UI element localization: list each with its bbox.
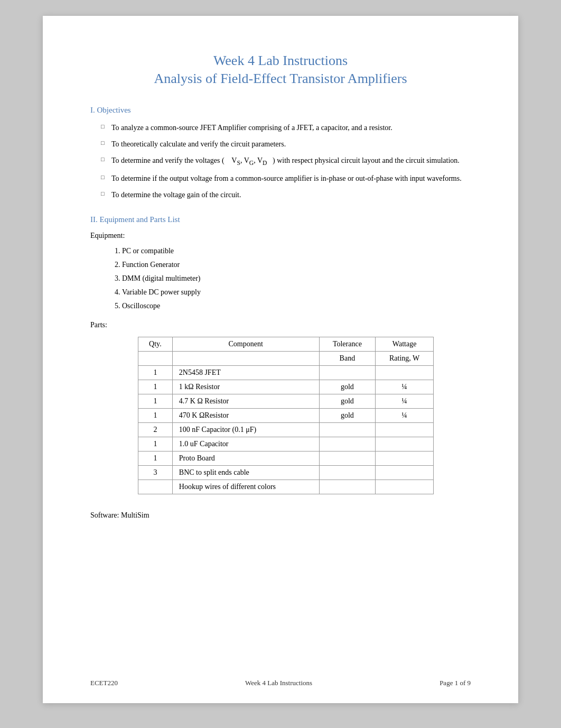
table-row: 1 2N5458 JFET	[138, 366, 434, 380]
table-cell-wattage: ¼	[376, 394, 434, 409]
table-row: 1 1.0 uF Capacitor	[138, 437, 434, 451]
table-cell-qty: 1	[138, 451, 173, 466]
list-item: To determine if the output voltage from …	[101, 173, 471, 184]
footer-left: ECET220	[90, 679, 118, 687]
table-cell-wattage	[376, 366, 434, 380]
table-cell-component: 100 nF Capacitor (0.1 μF)	[172, 423, 319, 437]
software-label: Software: MultiSim	[90, 511, 149, 519]
table-cell-tolerance: gold	[319, 409, 376, 423]
table-cell-component: 470 K ΩResistor	[172, 409, 319, 423]
footer-right: Page 1 of 9	[440, 679, 471, 687]
table-header-wattage: Wattage	[376, 337, 434, 352]
table-row: 2 100 nF Capacitor (0.1 μF)	[138, 423, 434, 437]
table-cell-component: 2N5458 JFET	[172, 366, 319, 380]
table-cell-tolerance	[319, 451, 376, 466]
table-cell-qty: 1	[138, 409, 173, 423]
table-cell-qty: 1	[138, 366, 173, 380]
parts-table: Qty. Component Tolerance Wattage Band Ra…	[138, 337, 434, 494]
table-subheader-rating: Rating, W	[376, 352, 434, 366]
list-item: Variable DC power supply	[122, 287, 471, 298]
page-subtitle: Analysis of Field-Effect Transistor Ampl…	[90, 71, 471, 87]
table-cell-component: 1 kΩ Resistor	[172, 380, 319, 394]
equipment-section: II. Equipment and Parts List Equipment: …	[90, 215, 471, 494]
table-cell-component: BNC to split ends cable	[172, 466, 319, 480]
table-cell-wattage: ¼	[376, 409, 434, 423]
objectives-heading: I. Objectives	[90, 106, 471, 115]
table-cell-wattage	[376, 480, 434, 494]
list-item: To analyze a common-source JFET Amplifie…	[101, 122, 471, 133]
list-item: PC or compatible	[122, 245, 471, 256]
objectives-list: To analyze a common-source JFET Amplifie…	[90, 122, 471, 200]
table-cell-qty	[138, 480, 173, 494]
table-cell-tolerance: gold	[319, 394, 376, 409]
table-cell-tolerance	[319, 466, 376, 480]
list-item: To determine and verify the voltages ( V…	[101, 155, 471, 168]
table-cell-qty: 1	[138, 437, 173, 451]
table-header-component: Component	[172, 337, 319, 352]
table-row: 1 470 K ΩResistor gold ¼	[138, 409, 434, 423]
table-header-qty: Qty.	[138, 337, 173, 352]
table-cell-tolerance	[319, 437, 376, 451]
page-header: Week 4 Lab Instructions Analysis of Fiel…	[90, 53, 471, 87]
table-cell-wattage: ¼	[376, 380, 434, 394]
page-footer: ECET220 Week 4 Lab Instructions Page 1 o…	[90, 679, 471, 687]
table-cell-qty: 3	[138, 466, 173, 480]
table-cell-qty: 1	[138, 380, 173, 394]
table-cell-tolerance	[319, 366, 376, 380]
table-cell-component: Hookup wires of different colors	[172, 480, 319, 494]
table-row: 1 1 kΩ Resistor gold ¼	[138, 380, 434, 394]
list-item: DMM (digital multimeter)	[122, 273, 471, 284]
table-cell-wattage	[376, 437, 434, 451]
table-cell-wattage	[376, 423, 434, 437]
table-row: 1 Proto Board	[138, 451, 434, 466]
table-header-tolerance: Tolerance	[319, 337, 376, 352]
list-item: Oscilloscope	[122, 300, 471, 311]
table-cell-component: 4.7 K Ω Resistor	[172, 394, 319, 409]
table-cell-qty: 2	[138, 423, 173, 437]
table-subheader	[172, 352, 319, 366]
table-cell-qty: 1	[138, 394, 173, 409]
table-row: 3 BNC to split ends cable	[138, 466, 434, 480]
table-cell-tolerance	[319, 423, 376, 437]
list-item: To determine the voltage gain of the cir…	[101, 189, 471, 200]
list-item: To theoretically calculate and verify th…	[101, 139, 471, 150]
parts-label: Parts:	[90, 321, 471, 329]
table-cell-component: Proto Board	[172, 451, 319, 466]
footer-center: Week 4 Lab Instructions	[245, 679, 312, 687]
equipment-heading: II. Equipment and Parts List	[90, 215, 471, 224]
table-row: 1 4.7 K Ω Resistor gold ¼	[138, 394, 434, 409]
objectives-section: I. Objectives To analyze a common-source…	[90, 106, 471, 200]
page-title: Week 4 Lab Instructions	[90, 53, 471, 69]
software-section: Software: MultiSim	[90, 511, 471, 520]
list-item: Function Generator	[122, 259, 471, 270]
table-row: Hookup wires of different colors	[138, 480, 434, 494]
table-subheader-band: Band	[319, 352, 376, 366]
table-cell-tolerance: gold	[319, 380, 376, 394]
table-cell-wattage	[376, 466, 434, 480]
equipment-list: PC or compatible Function Generator DMM …	[90, 245, 471, 311]
equipment-label: Equipment:	[90, 232, 471, 240]
table-cell-component: 1.0 uF Capacitor	[172, 437, 319, 451]
table-subheader	[138, 352, 173, 366]
table-cell-wattage	[376, 451, 434, 466]
table-cell-tolerance	[319, 480, 376, 494]
document-page: Week 4 Lab Instructions Analysis of Fiel…	[43, 16, 518, 703]
